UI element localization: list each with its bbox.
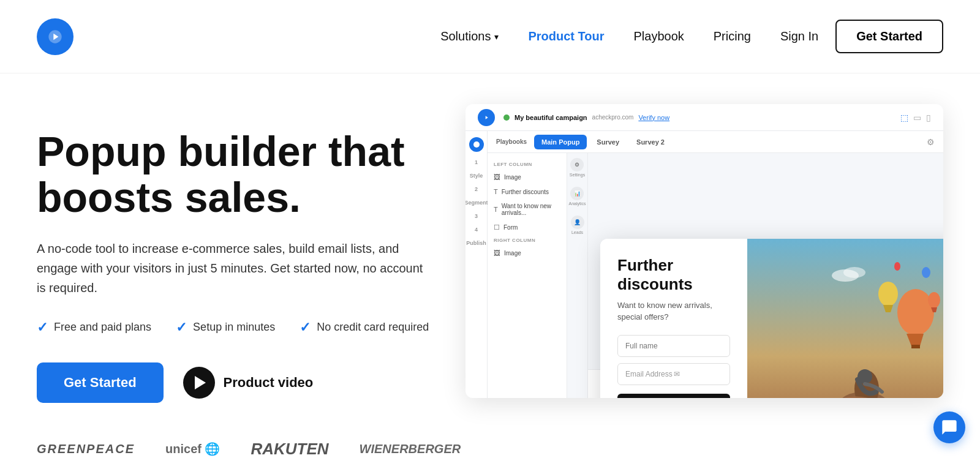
left-col-header: LEFT COLUMN [488,159,567,170]
form-icon: ☐ [494,223,500,231]
logo-rakuten: Rakuten [251,440,328,458]
checkmark-icon-1: ✓ [37,320,48,336]
popup-email-placeholder: Email Address [625,370,674,378]
pricing-link[interactable]: Pricing [714,29,751,43]
svg-point-8 [922,267,930,278]
nav-get-started-button[interactable]: Get Started [835,20,943,53]
email-icon: ✉ [674,370,722,378]
settings-icon[interactable]: ⚙ [927,137,935,147]
nav-item-playbook[interactable]: Playbook [634,29,684,43]
nav-item-product-tour[interactable]: Product Tour [528,29,604,43]
analytics-sidebar-label: Analytics [568,201,586,206]
device-icons: ⬚ ▭ ▯ [900,113,931,122]
logo-wienerberger: wienerberger [360,442,461,456]
logo-icon [45,27,65,47]
tab-survey-2[interactable]: Survey 2 [629,135,672,149]
popup-overlay: × Further discounts Want to know new arr… [600,239,943,398]
svg-point-4 [897,289,934,336]
hero-checks: ✓ Free and paid plans ✓ Setup in minutes… [37,320,466,336]
sidebar-analytics[interactable]: 📊 Analytics [568,187,586,206]
balloon-scene [747,239,943,398]
step-style-label: Style [470,173,483,179]
tablet-icon[interactable]: ▭ [913,113,921,122]
play-icon [183,367,215,399]
app-sidebar-icons: ⚙ Settings 📊 Analytics 👤 Leads [567,153,588,398]
text-icon-2: T [494,206,498,213]
app-left-panel: LEFT COLUMN 🖼 Image T Further discounts [488,153,567,398]
app-panel: LEFT COLUMN 🖼 Image T Further discounts [488,153,943,398]
app-topbar: My beautiful campaign acheckpro.com Veri… [466,104,943,131]
campaign-verify[interactable]: Verify now [638,114,669,121]
svg-rect-5 [911,345,920,348]
popup-left-content: × Further discounts Want to know new arr… [600,239,747,398]
popup-cta-button[interactable]: Get my promo code [617,394,730,398]
popup-subtext: Want to know new arrivals, special offer… [617,300,730,322]
check-label-3: No credit card required [317,321,429,334]
panel-item-form[interactable]: ☐ Form [488,220,567,235]
logos-row: GREENPEACE unicef 🌐 Rakuten wienerberger [37,440,466,458]
panel-item-image-right-label: Image [504,250,521,257]
nav-item-solutions[interactable]: Solutions ▾ [440,29,499,43]
hero-right: My beautiful campaign acheckpro.com Veri… [466,104,943,422]
step-segment-label: Segment [466,200,488,206]
step-1-dot [469,137,484,152]
svg-point-9 [894,262,900,271]
product-tour-link[interactable]: Product Tour [528,29,604,43]
signin-link[interactable]: Sign In [780,29,818,43]
right-col-header: RIGHT COLUMN [488,235,567,246]
popup-email-wrapper: Email Address ✉ [617,363,730,385]
sidebar-leads[interactable]: 👤 Leads [571,216,584,235]
popup-fullname-input[interactable] [617,335,730,357]
check-label-1: Free and paid plans [54,321,151,334]
svg-point-7 [928,292,940,308]
panel-item-image[interactable]: 🖼 Image [488,170,567,184]
svg-point-6 [878,282,898,306]
playbook-link[interactable]: Playbook [634,29,684,43]
navbar: Solutions ▾ Product Tour Playbook Pricin… [0,0,980,73]
popup-heading: Further discounts [617,256,730,294]
solutions-link[interactable]: Solutions ▾ [440,29,499,43]
step-2-label: 2 [475,186,478,192]
campaign-domain: acheckpro.com [592,114,634,121]
tab-survey[interactable]: Survey [589,135,627,149]
panel-item-new-arrivals[interactable]: T Want to know new arrivals... [488,199,567,220]
settings-sidebar-label: Settings [570,173,585,177]
panel-item-further-discounts[interactable]: T Further discounts [488,184,567,199]
step-publish-label: Publish [466,240,486,246]
tab-main-popup[interactable]: Main Popup [534,135,587,149]
image-icon-right: 🖼 [494,249,500,257]
product-video-button[interactable]: Product video [183,367,314,399]
panel-item-discounts-label: Further discounts [502,189,549,195]
hero-left: Popup builder that boosts sales. A no-co… [37,110,466,458]
app-body: 1 Style 2 Segment 3 4 Publish Playbooks … [466,131,943,398]
check-item-free-plans: ✓ Free and paid plans [37,320,151,336]
app-main-area: × Further discounts Want to know new arr… [588,153,943,398]
app-window: My beautiful campaign acheckpro.com Veri… [466,104,943,398]
check-label-2: Setup in minutes [193,321,275,334]
checkmark-icon-3: ✓ [300,320,311,336]
logo-greenpeace: GREENPEACE [37,442,135,456]
checkmark-icon-2: ✓ [176,320,187,336]
app-step-sidebar: 1 Style 2 Segment 3 4 Publish [466,131,488,398]
panel-item-arrivals-label: Want to know new arrivals... [502,203,560,216]
check-item-no-card: ✓ No credit card required [300,320,429,336]
panel-item-image-right[interactable]: 🖼 Image [488,246,567,260]
nav-item-pricing[interactable]: Pricing [714,29,751,43]
panel-item-image-label: Image [504,174,521,181]
campaign-name: My beautiful campaign [514,114,587,121]
leads-sidebar-label: Leads [571,230,583,235]
desktop-icon[interactable]: ⬚ [900,113,908,122]
logo[interactable] [37,18,74,55]
mobile-icon[interactable]: ▯ [926,113,931,122]
sidebar-settings[interactable]: ⚙ Settings [570,158,585,177]
chatbot-bubble[interactable] [933,411,965,443]
hero-get-started-button[interactable]: Get Started [37,362,164,403]
hero-actions: Get Started Product video [37,362,466,403]
campaign-status-dot [503,114,510,121]
analytics-sidebar-icon: 📊 [570,187,584,200]
app-logo-small [478,109,495,126]
hero-heading: Popup builder that boosts sales. [37,129,466,220]
video-label: Product video [224,375,314,391]
app-tab-bar: Playbooks Main Popup Survey Survey 2 ⚙ [488,131,943,153]
nav-links: Solutions ▾ Product Tour Playbook Pricin… [440,29,751,43]
